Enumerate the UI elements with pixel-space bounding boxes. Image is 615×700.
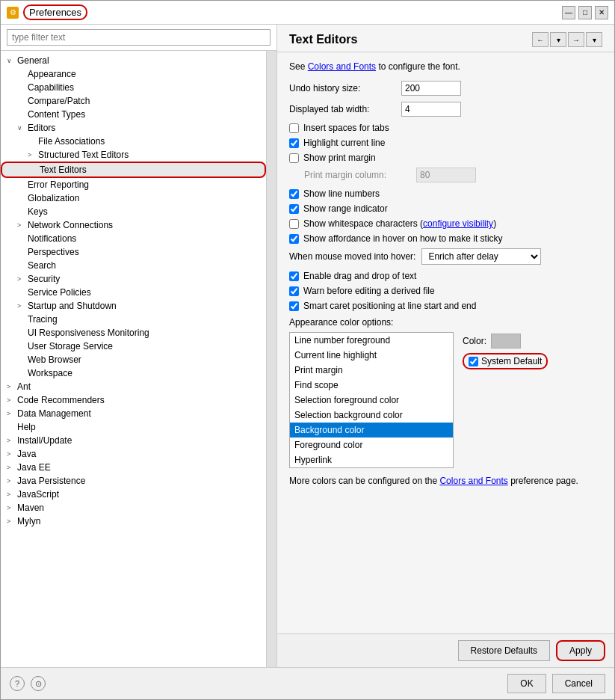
tree-item-startup-shutdown[interactable]: > Startup and Shutdown: [1, 299, 266, 313]
tree-item-code-recommenders[interactable]: > Code Recommenders: [1, 393, 266, 407]
color-item-find-scope[interactable]: Find scope: [290, 378, 453, 393]
tree-item-service-policies[interactable]: Service Policies: [1, 286, 266, 299]
tree-item-javascript[interactable]: > JavaScript: [1, 488, 266, 501]
tree-item-tracing[interactable]: Tracing: [1, 313, 266, 326]
nav-forward-button[interactable]: →: [568, 32, 584, 47]
tree-item-keys[interactable]: Keys: [1, 205, 266, 218]
more-colors-link[interactable]: Colors and Fonts: [439, 476, 507, 486]
apply-button[interactable]: Apply: [556, 640, 605, 661]
tree-item-file-associations[interactable]: File Associations: [1, 135, 266, 148]
label-java: Java: [17, 449, 36, 459]
undo-history-input[interactable]: [401, 81, 461, 96]
color-item-background[interactable]: Background color: [290, 423, 453, 438]
print-margin-column-row: Print margin column:: [304, 168, 602, 182]
tree-item-general[interactable]: ∨ General: [1, 54, 266, 67]
main-content: ∨ General Appearance Capabilities Compar…: [1, 25, 614, 667]
tree-item-network-connections[interactable]: > Network Connections: [1, 218, 266, 232]
tree-item-content-types[interactable]: Content Types: [1, 108, 266, 121]
checkbox-print-margin-input[interactable]: [289, 153, 299, 163]
tree-item-java-persistence[interactable]: > Java Persistence: [1, 474, 266, 488]
system-default-checkbox[interactable]: [469, 357, 478, 366]
tree-item-ant[interactable]: > Ant: [1, 380, 266, 393]
checkbox-line-numbers-input[interactable]: [289, 189, 299, 199]
arrow-java-persistence: >: [7, 477, 17, 485]
tree-item-editors[interactable]: ∨ Editors: [1, 121, 266, 135]
tree-item-data-management[interactable]: > Data Management: [1, 407, 266, 420]
maximize-button[interactable]: □: [578, 6, 592, 19]
info-icon[interactable]: ⊙: [31, 676, 46, 691]
arrow-network: >: [17, 221, 28, 229]
checkbox-print-margin-label: Show print margin: [303, 153, 376, 163]
title-bar: ⚙ Preferences — □ ✕: [1, 1, 614, 25]
tree-item-globalization[interactable]: Globalization: [1, 191, 266, 205]
color-label: Color:: [463, 336, 486, 346]
colors-fonts-link[interactable]: Colors and Fonts: [308, 61, 376, 72]
system-default-label: System Default: [481, 356, 542, 366]
color-item-current-line[interactable]: Current line highlight: [290, 348, 453, 363]
tree-item-structured-text[interactable]: > Structured Text Editors: [1, 148, 266, 162]
window-title: Preferences: [23, 4, 87, 20]
tree-item-text-editors[interactable]: Text Editors: [1, 162, 266, 178]
nav-forward-dropdown[interactable]: ▾: [586, 32, 602, 47]
print-margin-column-input: [416, 168, 476, 182]
tree-item-maven[interactable]: > Maven: [1, 501, 266, 515]
help-icon[interactable]: ?: [10, 676, 25, 691]
tree-item-notifications[interactable]: Notifications: [1, 232, 266, 245]
color-item-selection-bg[interactable]: Selection background color: [290, 408, 453, 423]
tab-width-input[interactable]: [401, 102, 461, 117]
checkbox-highlight-line-input[interactable]: [289, 138, 299, 148]
checkbox-whitespace-row: Show whitespace characters (configure vi…: [289, 218, 602, 229]
tree-item-java-ee[interactable]: > Java EE: [1, 461, 266, 474]
checkbox-whitespace-input[interactable]: [289, 219, 299, 229]
tree-item-install-update[interactable]: > Install/Update: [1, 434, 266, 447]
appearance-body: Line number foreground Current line high…: [289, 332, 602, 468]
checkbox-warn-derived-input[interactable]: [289, 286, 299, 296]
tree-item-compare[interactable]: Compare/Patch: [1, 94, 266, 108]
checkbox-affordance-input[interactable]: [289, 234, 299, 244]
color-item-hyperlink[interactable]: Hyperlink: [290, 452, 453, 467]
color-swatch-row: Color:: [463, 334, 548, 349]
subtitle-suffix: to configure the font.: [378, 61, 460, 72]
label-workspace: Workspace: [28, 368, 72, 378]
color-item-print-margin[interactable]: Print margin: [290, 363, 453, 378]
tree-item-capabilities[interactable]: Capabilities: [1, 81, 266, 94]
color-item-selection-fg[interactable]: Selection foreground color: [290, 393, 453, 408]
tree-item-search[interactable]: Search: [1, 259, 266, 272]
nav-back-button[interactable]: ←: [532, 32, 548, 47]
tree-item-help[interactable]: Help: [1, 420, 266, 434]
search-input[interactable]: [7, 29, 271, 46]
checkbox-range-indicator-input[interactable]: [289, 204, 299, 214]
tree-scrollbar[interactable]: [266, 51, 276, 667]
label-text-editors: Text Editors: [40, 165, 87, 175]
tree-item-error-reporting[interactable]: Error Reporting: [1, 178, 266, 191]
color-item-line-number-fg[interactable]: Line number foreground: [290, 333, 453, 348]
checkbox-drag-drop-label: Enable drag and drop of text: [303, 271, 416, 281]
ok-button[interactable]: OK: [507, 674, 546, 693]
checkbox-insert-spaces-input[interactable]: [289, 123, 299, 133]
checkbox-line-numbers-label: Show line numbers: [303, 188, 380, 199]
tree-item-security[interactable]: > Security: [1, 272, 266, 286]
tree-item-user-storage[interactable]: User Storage Service: [1, 340, 266, 353]
label-appearance: Appearance: [28, 69, 76, 79]
checkbox-drag-drop-input[interactable]: [289, 271, 299, 281]
color-swatch[interactable]: [491, 334, 521, 349]
tree-item-appearance[interactable]: Appearance: [1, 67, 266, 81]
tree-item-ui-responsiveness[interactable]: UI Responsiveness Monitoring: [1, 326, 266, 340]
color-item-foreground[interactable]: Foreground color: [290, 438, 453, 452]
right-panel-title: Text Editors: [289, 33, 357, 46]
cancel-button[interactable]: Cancel: [552, 674, 605, 693]
minimize-button[interactable]: —: [562, 6, 575, 19]
configure-visibility-link[interactable]: configure visibility: [423, 218, 493, 229]
tree-item-workspace[interactable]: Workspace: [1, 366, 266, 380]
right-header: Text Editors ← ▾ → ▾: [277, 25, 614, 52]
hover-dropdown[interactable]: Enrich after delay Enrich immediately Ne…: [421, 248, 541, 265]
tree-item-java[interactable]: > Java: [1, 447, 266, 461]
checkbox-smart-caret-input[interactable]: [289, 301, 299, 311]
tree-item-web-browser[interactable]: Web Browser: [1, 353, 266, 366]
checkbox-insert-spaces: Insert spaces for tabs: [289, 123, 602, 133]
tree-item-perspectives[interactable]: Perspectives: [1, 245, 266, 259]
tree-item-mylyn[interactable]: > Mylyn: [1, 515, 266, 528]
nav-back-dropdown[interactable]: ▾: [550, 32, 566, 47]
close-button[interactable]: ✕: [595, 6, 608, 19]
restore-defaults-button[interactable]: Restore Defaults: [458, 640, 550, 661]
